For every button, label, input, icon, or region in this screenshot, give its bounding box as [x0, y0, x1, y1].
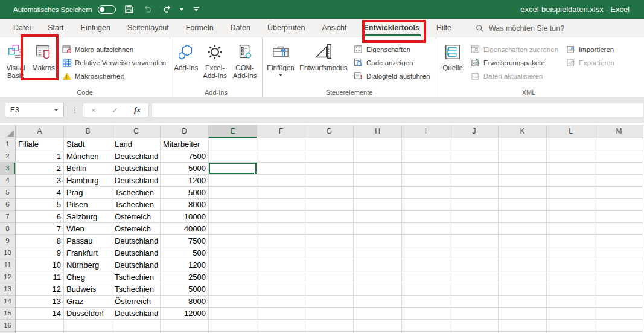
cell-M6[interactable]	[595, 199, 643, 211]
cell-I11[interactable]	[402, 259, 450, 271]
tab-ueberpruefen[interactable]: Überprüfen	[259, 19, 314, 37]
cell-I9[interactable]	[402, 235, 450, 247]
cell-F5[interactable]	[257, 187, 305, 199]
cell-J10[interactable]	[450, 247, 499, 259]
cell-A12[interactable]: 11	[16, 271, 64, 283]
cell-G5[interactable]	[305, 187, 354, 199]
row-header-12[interactable]: 12	[0, 271, 16, 283]
cell-J14[interactable]	[450, 296, 499, 308]
customize-quick-access-icon[interactable]	[190, 4, 203, 16]
cell-K2[interactable]	[499, 150, 547, 163]
row-header-10[interactable]: 10	[0, 247, 16, 259]
tell-me-search[interactable]: Was möchten Sie tun?	[476, 19, 564, 37]
cell-G12[interactable]	[305, 271, 354, 283]
cell-I6[interactable]	[402, 199, 450, 211]
excel-add-ins-button[interactable]: Excel-Add-Ins	[200, 39, 231, 86]
cell-G13[interactable]	[305, 283, 354, 296]
col-header-J[interactable]: J	[450, 125, 499, 138]
cell-G3[interactable]	[305, 163, 354, 175]
cell-M14[interactable]	[595, 296, 643, 308]
cell-L15[interactable]	[547, 308, 595, 320]
eigenschaften-zuordnen-button[interactable]: Eigenschaften zuordnen	[470, 44, 558, 54]
tab-datei[interactable]: Datei	[5, 19, 39, 37]
cell-M15[interactable]	[595, 308, 643, 320]
cell-I10[interactable]	[402, 247, 450, 259]
row-header-13[interactable]: 13	[0, 283, 16, 296]
cell-L2[interactable]	[547, 150, 595, 163]
cell-H14[interactable]	[354, 296, 402, 308]
cell-A3[interactable]: 2	[16, 163, 64, 175]
cell-H11[interactable]	[354, 259, 402, 271]
col-header-I[interactable]: I	[402, 125, 450, 138]
cell-I15[interactable]	[402, 308, 450, 320]
cell-F9[interactable]	[257, 235, 305, 247]
cell-E13[interactable]	[209, 283, 257, 296]
cell-A14[interactable]: 13	[16, 296, 64, 308]
cell-F16[interactable]	[257, 320, 305, 332]
row-header-16[interactable]: 16	[0, 320, 16, 332]
cell-I5[interactable]	[402, 187, 450, 199]
cell-B5[interactable]: Prag	[64, 187, 112, 199]
autosave-toggle[interactable]	[98, 5, 116, 14]
cell-I3[interactable]	[402, 163, 450, 175]
cell-B14[interactable]: Graz	[64, 296, 112, 308]
row-header-11[interactable]: 11	[0, 259, 16, 271]
cell-D1[interactable]: Mitarbeiter	[161, 138, 209, 150]
cell-C6[interactable]: Tschechien	[112, 199, 161, 211]
cell-E10[interactable]	[209, 247, 257, 259]
cell-D3[interactable]: 5000	[161, 163, 209, 175]
cell-K13[interactable]	[499, 283, 547, 296]
cell-F14[interactable]	[257, 296, 305, 308]
col-header-A[interactable]: A	[16, 125, 64, 138]
cell-F2[interactable]	[257, 150, 305, 163]
undo-icon[interactable]	[141, 4, 155, 16]
cell-I13[interactable]	[402, 283, 450, 296]
cell-L7[interactable]	[547, 211, 595, 223]
cell-K8[interactable]	[499, 223, 547, 235]
cell-H15[interactable]	[354, 308, 402, 320]
makrosicherheit-button[interactable]: ! Makrosicherheit	[62, 71, 166, 81]
cell-H13[interactable]	[354, 283, 402, 296]
save-icon[interactable]	[122, 4, 135, 16]
cell-B13[interactable]: Budweis	[64, 283, 112, 296]
cell-J12[interactable]	[450, 271, 499, 283]
cell-J13[interactable]	[450, 283, 499, 296]
cell-B10[interactable]: Frankfurt	[64, 247, 112, 259]
cell-M13[interactable]	[595, 283, 643, 296]
cell-H12[interactable]	[354, 271, 402, 283]
cell-K9[interactable]	[499, 235, 547, 247]
cell-L10[interactable]	[547, 247, 595, 259]
cell-J2[interactable]	[450, 150, 499, 163]
cell-K1[interactable]	[499, 138, 547, 150]
cell-M2[interactable]	[595, 150, 643, 163]
select-all-button[interactable]	[0, 125, 16, 138]
makro-aufzeichnen-button[interactable]: Makro aufzeichnen	[62, 44, 166, 54]
redo-icon[interactable]	[161, 4, 174, 16]
col-header-B[interactable]: B	[64, 125, 112, 138]
daten-aktualisieren-button[interactable]: <o> Daten aktualisieren	[470, 71, 558, 81]
cell-D14[interactable]: 8000	[161, 296, 209, 308]
redo-dropdown-icon[interactable]	[180, 8, 183, 11]
cell-E3[interactable]	[209, 163, 257, 175]
cell-I16[interactable]	[402, 320, 450, 332]
cell-C14[interactable]: Österreich	[112, 296, 161, 308]
cell-F6[interactable]	[257, 199, 305, 211]
cell-D15[interactable]: 12000	[161, 308, 209, 320]
cell-A15[interactable]: 14	[16, 308, 64, 320]
cell-B4[interactable]: Hamburg	[64, 175, 112, 187]
cell-E1[interactable]	[209, 138, 257, 150]
row-header-2[interactable]: 2	[0, 150, 16, 163]
quelle-button[interactable]: Quelle	[439, 39, 467, 86]
cell-H8[interactable]	[354, 223, 402, 235]
cell-K15[interactable]	[499, 308, 547, 320]
col-header-H[interactable]: H	[354, 125, 402, 138]
cell-A1[interactable]: Filiale	[16, 138, 64, 150]
cell-H10[interactable]	[354, 247, 402, 259]
cell-H5[interactable]	[354, 187, 402, 199]
cell-J8[interactable]	[450, 223, 499, 235]
cell-E5[interactable]	[209, 187, 257, 199]
cell-L12[interactable]	[547, 271, 595, 283]
cell-B2[interactable]: München	[64, 150, 112, 163]
cell-K5[interactable]	[499, 187, 547, 199]
cell-F8[interactable]	[257, 223, 305, 235]
